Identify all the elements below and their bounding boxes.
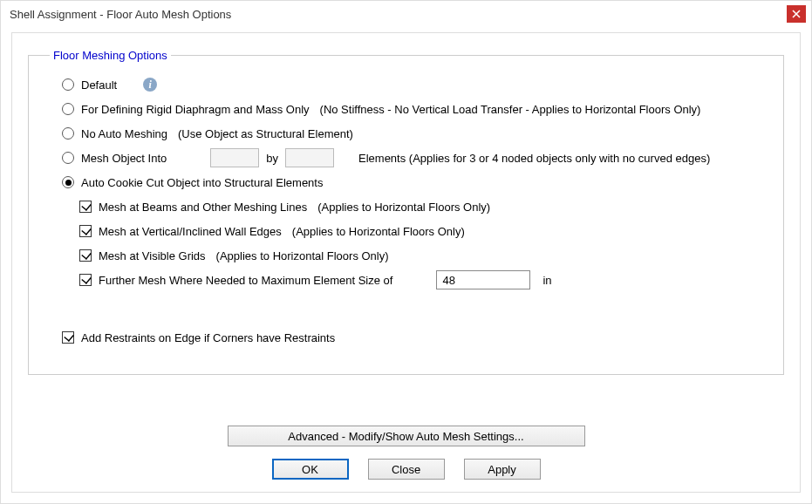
row-rigid: For Defining Rigid Diaphragm and Mass On… xyxy=(44,97,768,121)
check-walls-suffix: (Applies to Horizontal Floors Only) xyxy=(292,225,465,238)
radio-rigid-label: For Defining Rigid Diaphragm and Mass On… xyxy=(81,103,310,116)
check-grids-label: Mesh at Visible Grids xyxy=(99,249,206,262)
ok-button[interactable]: OK xyxy=(272,459,349,480)
further-size-input[interactable] xyxy=(436,270,530,289)
bottom-buttons: Advanced - Modify/Show Auto Mesh Setting… xyxy=(12,426,800,480)
check-restraints-label: Add Restraints on Edge if Corners have R… xyxy=(81,331,335,344)
radio-default[interactable] xyxy=(62,78,74,91)
window-title: Shell Assignment - Floor Auto Mesh Optio… xyxy=(10,8,231,21)
row-walls: Mesh at Vertical/Inclined Wall Edges (Ap… xyxy=(44,219,768,243)
group-legend: Floor Meshing Options xyxy=(50,49,171,62)
meshinto-suffix: Elements (Applies for 3 or 4 noded objec… xyxy=(358,152,710,165)
meshinto-rows-input[interactable] xyxy=(210,148,259,167)
close-button[interactable]: Close xyxy=(368,459,445,480)
row-restraints: Add Restraints on Edge if Corners have R… xyxy=(44,325,768,350)
radio-meshinto[interactable] xyxy=(62,152,74,164)
x-glyph xyxy=(792,10,801,18)
apply-button[interactable]: Apply xyxy=(464,459,541,480)
check-walls-label: Mesh at Vertical/Inclined Wall Edges xyxy=(99,225,282,238)
row-beams: Mesh at Beams and Other Meshing Lines (A… xyxy=(44,194,768,219)
advanced-button[interactable]: Advanced - Modify/Show Auto Mesh Setting… xyxy=(228,426,585,446)
info-icon[interactable]: i xyxy=(143,78,157,92)
row-noauto: No Auto Meshing (Use Object as Structura… xyxy=(44,121,768,146)
check-further-label: Further Mesh Where Needed to Maximum Ele… xyxy=(99,274,392,287)
check-grids-suffix: (Applies to Horizontal Floors Only) xyxy=(216,249,389,262)
check-grids[interactable] xyxy=(79,249,92,262)
row-cookie: Auto Cookie Cut Object into Structural E… xyxy=(44,170,768,194)
further-unit: in xyxy=(542,274,551,287)
client-area: Floor Meshing Options Default i For Defi… xyxy=(11,32,801,493)
radio-noauto-label: No Auto Meshing xyxy=(81,127,167,140)
radio-default-label: Default xyxy=(81,78,117,92)
check-beams[interactable] xyxy=(79,201,92,213)
row-meshinto: Mesh Object Into by Elements (Applies fo… xyxy=(44,146,768,170)
check-further[interactable] xyxy=(79,274,92,286)
button-row: OK Close Apply xyxy=(272,459,541,480)
radio-rigid-suffix: (No Stiffness - No Vertical Load Transfe… xyxy=(320,103,701,116)
titlebar: Shell Assignment - Floor Auto Mesh Optio… xyxy=(1,1,811,27)
row-default: Default i xyxy=(44,72,768,97)
meshing-options-group: Floor Meshing Options Default i For Defi… xyxy=(28,49,784,375)
dialog-window: Shell Assignment - Floor Auto Mesh Optio… xyxy=(0,0,812,504)
radio-rigid[interactable] xyxy=(62,103,74,115)
check-walls[interactable] xyxy=(79,225,92,237)
meshinto-cols-input[interactable] xyxy=(285,148,334,167)
radio-cookie[interactable] xyxy=(62,176,74,188)
row-grids: Mesh at Visible Grids (Applies to Horizo… xyxy=(44,243,768,268)
radio-meshinto-label: Mesh Object Into xyxy=(81,152,167,165)
check-beams-label: Mesh at Beams and Other Meshing Lines xyxy=(99,201,307,214)
check-restraints[interactable] xyxy=(62,331,74,344)
close-icon[interactable] xyxy=(787,5,806,23)
radio-noauto[interactable] xyxy=(62,127,74,140)
check-beams-suffix: (Applies to Horizontal Floors Only) xyxy=(317,201,490,214)
meshinto-by: by xyxy=(266,152,278,165)
radio-noauto-suffix: (Use Object as Structural Element) xyxy=(178,127,353,140)
radio-cookie-label: Auto Cookie Cut Object into Structural E… xyxy=(81,176,323,189)
row-further: Further Mesh Where Needed to Maximum Ele… xyxy=(44,268,768,292)
